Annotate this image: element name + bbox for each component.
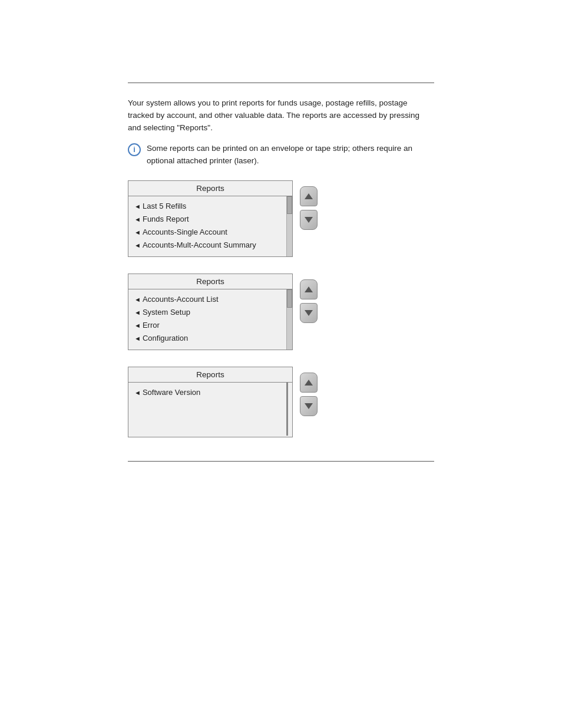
down-arrow-icon — [305, 403, 313, 409]
bottom-rule — [128, 461, 434, 462]
nav-buttons-1 — [300, 180, 318, 230]
scroll-down-button-1[interactable] — [300, 210, 318, 230]
list-item[interactable]: Last 5 Refills — [134, 200, 282, 213]
up-arrow-icon — [305, 286, 313, 292]
list-item[interactable]: Funds Report — [134, 213, 282, 226]
scrollbar-thumb-1 — [287, 196, 292, 215]
list-item[interactable]: Error — [134, 319, 282, 332]
nav-buttons-3 — [300, 367, 318, 416]
scroll-up-button-3[interactable] — [300, 373, 318, 393]
menu-items-3: Software Version — [128, 383, 286, 436]
scrollbar-1[interactable] — [286, 196, 292, 256]
list-item[interactable]: Configuration — [134, 332, 282, 345]
menu-panel-2: Reports Accounts-Account List System Set… — [128, 274, 293, 350]
up-arrow-icon — [305, 193, 313, 199]
menu-panel-1: Reports Last 5 Refills Funds Report Acco… — [128, 180, 293, 257]
panel-row-1: Reports Last 5 Refills Funds Report Acco… — [128, 180, 434, 257]
list-item[interactable]: System Setup — [134, 306, 282, 319]
info-icon: i — [128, 143, 141, 156]
menu-items-1: Last 5 Refills Funds Report Accounts-Sin… — [128, 196, 286, 256]
scrollbar-thumb-2 — [287, 289, 292, 308]
scroll-down-button-3[interactable] — [300, 396, 318, 416]
list-item[interactable]: Accounts-Mult-Account Summary — [134, 239, 282, 252]
intro-text: Your system allows you to print reports … — [128, 97, 434, 134]
content-area: Your system allows you to print reports … — [128, 97, 434, 437]
list-item[interactable]: Accounts-Single Account — [134, 226, 282, 239]
scrollbar-3[interactable] — [286, 383, 292, 436]
down-arrow-icon — [305, 217, 313, 223]
scroll-up-button-1[interactable] — [300, 186, 318, 206]
scroll-down-button-2[interactable] — [300, 303, 318, 323]
panel-row-2: Reports Accounts-Account List System Set… — [128, 274, 434, 350]
up-arrow-icon — [305, 380, 313, 386]
panel-row-3: Reports Software Version — [128, 367, 434, 437]
menu-header-2: Reports — [128, 274, 292, 289]
page: Your system allows you to print reports … — [0, 83, 562, 728]
top-rule — [128, 83, 434, 83]
scrollbar-2[interactable] — [286, 289, 292, 350]
note-row: i Some reports can be printed on an enve… — [128, 143, 434, 167]
down-arrow-icon — [305, 310, 313, 316]
nav-buttons-2 — [300, 274, 318, 323]
menu-panel-3: Reports Software Version — [128, 367, 293, 437]
scroll-up-button-2[interactable] — [300, 279, 318, 299]
scrollbar-track-line — [286, 383, 288, 436]
menu-header-1: Reports — [128, 181, 292, 196]
menu-body-2: Accounts-Account List System Setup Error… — [128, 289, 292, 350]
menu-body-1: Last 5 Refills Funds Report Accounts-Sin… — [128, 196, 292, 256]
note-text: Some reports can be printed on an envelo… — [147, 143, 434, 167]
menu-header-3: Reports — [128, 367, 292, 383]
menu-body-3: Software Version — [128, 383, 292, 436]
list-item[interactable]: Accounts-Account List — [134, 293, 282, 306]
list-item[interactable]: Software Version — [134, 386, 282, 399]
menu-items-2: Accounts-Account List System Setup Error… — [128, 289, 286, 350]
